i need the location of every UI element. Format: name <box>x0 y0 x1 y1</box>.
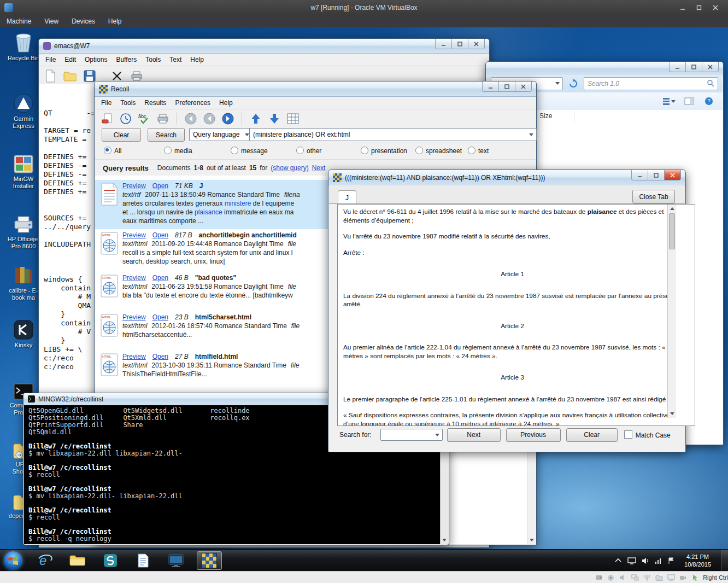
sort-descending-icon[interactable] <box>267 112 281 126</box>
filter-message[interactable]: message <box>231 147 268 155</box>
filter-presentation[interactable]: presentation <box>361 147 407 155</box>
network-tray-icon[interactable] <box>655 557 662 564</box>
open-link[interactable]: Open <box>152 274 168 282</box>
first-page-icon[interactable] <box>184 112 198 126</box>
emacs-minimize-button[interactable] <box>435 39 452 49</box>
scroll-down-icon[interactable] <box>527 536 536 544</box>
emacs-menu-text[interactable]: Text <box>165 54 186 65</box>
mouse-integration-status-icon[interactable] <box>691 574 699 582</box>
vbox-maximize-button[interactable] <box>692 3 706 13</box>
preview-scrollbar[interactable] <box>667 205 676 418</box>
desktop-icon-mingw-installer[interactable]: MinGW Installer <box>4 151 43 190</box>
emacs-titlebar[interactable]: emacs@W7 <box>39 39 489 54</box>
audio-status-icon[interactable] <box>619 574 627 582</box>
taskbar-document-icon[interactable] <box>131 552 155 569</box>
preview-link[interactable]: Preview <box>122 274 146 282</box>
action-center-flag-icon[interactable] <box>668 557 674 564</box>
query-mode-select[interactable]: Query language <box>189 128 253 141</box>
explorer-search-box[interactable]: Search 1.0 <box>584 77 718 90</box>
display-status-icon[interactable] <box>667 574 675 582</box>
next-page-icon[interactable] <box>221 112 235 126</box>
scroll-up-icon[interactable] <box>668 205 676 213</box>
sort-ascending-icon[interactable] <box>249 112 263 126</box>
filter-spreadsheet[interactable]: spreadsheet <box>415 147 462 155</box>
start-button[interactable] <box>2 550 24 571</box>
usb-status-icon[interactable] <box>643 574 651 582</box>
taskbar-console-icon[interactable] <box>164 552 188 569</box>
previous-button[interactable]: Previous <box>506 428 561 442</box>
show-desktop-button[interactable] <box>721 550 728 572</box>
desktop-icon-hp-officejet[interactable]: HP Officejet Pro 8600 <box>4 211 43 250</box>
vbox-menu-devices[interactable]: Devices <box>65 16 102 27</box>
print-icon[interactable] <box>156 112 170 126</box>
preview-link[interactable]: Preview <box>122 353 146 360</box>
show-query-link[interactable]: (show query) <box>271 164 308 172</box>
open-link[interactable]: Open <box>152 182 168 190</box>
next-button[interactable]: Next <box>447 428 501 442</box>
close-tab-button[interactable]: Close Tab <box>632 190 675 203</box>
preview-tab[interactable]: J <box>338 190 356 205</box>
filter-text[interactable]: text <box>468 147 489 155</box>
optical-disc-status-icon[interactable] <box>607 574 615 582</box>
preview-link[interactable]: Preview <box>122 231 146 239</box>
recoll-menu-help[interactable]: Help <box>215 97 237 108</box>
preview-close-button[interactable] <box>665 170 681 180</box>
shared-folders-status-icon[interactable] <box>655 574 663 582</box>
hdd-status-icon[interactable] <box>595 574 603 582</box>
video-capture-status-icon[interactable] <box>679 574 687 582</box>
prev-page-icon[interactable] <box>202 112 216 126</box>
vbox-menu-machine[interactable]: Machine <box>0 16 38 27</box>
open-folder-icon[interactable] <box>63 69 77 83</box>
history-clock-icon[interactable] <box>119 112 133 126</box>
recoll-maximize-button[interactable] <box>499 81 515 92</box>
emacs-menu-help[interactable]: Help <box>186 54 208 65</box>
scroll-down-icon[interactable] <box>668 410 676 418</box>
filter-other[interactable]: other <box>296 147 321 155</box>
search-button[interactable]: Search <box>148 128 185 142</box>
desktop-icon-kinsky[interactable]: Kinsky <box>4 317 43 349</box>
query-input[interactable]: (ministere plaisance) OR ext:html <box>249 128 537 141</box>
preview-minimize-button[interactable] <box>631 170 648 180</box>
open-link[interactable]: Open <box>152 231 168 239</box>
emacs-menu-file[interactable]: File <box>41 54 60 65</box>
column-header-size[interactable]: Size <box>539 112 552 120</box>
new-file-icon[interactable] <box>43 69 57 83</box>
preview-maximize-button[interactable] <box>648 170 665 180</box>
volume-tray-icon[interactable] <box>642 557 649 564</box>
explorer-close-button[interactable] <box>702 62 719 72</box>
recoll-minimize-button[interactable] <box>482 81 499 92</box>
display-tray-icon[interactable] <box>627 557 636 564</box>
match-case-checkbox[interactable]: Match Case <box>624 430 671 439</box>
views-icon[interactable] <box>662 94 677 108</box>
scroll-down-icon[interactable] <box>441 536 448 544</box>
vbox-close-button[interactable] <box>708 3 723 13</box>
filter-all[interactable]: All <box>104 147 121 155</box>
taskbar-clock[interactable]: 4:21 PM 10/8/2015 <box>684 553 711 568</box>
table-view-icon[interactable] <box>286 112 300 126</box>
explorer-minimize-button[interactable] <box>669 62 686 72</box>
recoll-close-button[interactable] <box>515 81 532 92</box>
recoll-titlebar[interactable]: Recoll <box>95 81 536 97</box>
open-link[interactable]: Open <box>152 353 168 360</box>
help-icon[interactable]: ? <box>702 94 716 108</box>
emacs-maximize-button[interactable] <box>452 39 468 49</box>
taskbar-recoll-icon[interactable] <box>197 551 222 570</box>
clear-button[interactable]: Clear <box>102 128 141 142</box>
taskbar-ie-icon[interactable]: e <box>33 552 57 569</box>
refresh-icon[interactable] <box>566 77 580 91</box>
preview-document[interactable]: Vu le décret n° 96-611 du 4 juillet 1996… <box>337 204 695 426</box>
desktop-icon-calibre[interactable]: calibre - E-book ma <box>4 263 43 301</box>
clear-button[interactable]: Clear <box>566 428 618 442</box>
open-link[interactable]: Open <box>152 313 168 321</box>
recoll-menu-results[interactable]: Results <box>140 97 171 108</box>
recoll-menu-file[interactable]: File <box>97 97 116 108</box>
explorer-maximize-button[interactable] <box>686 62 702 72</box>
filter-media[interactable]: media <box>164 147 192 155</box>
preview-pane-icon[interactable] <box>682 94 696 108</box>
desktop-icon-recycle-bin[interactable]: Recycle Bin <box>4 30 43 62</box>
spell-check-icon[interactable]: âbç <box>137 112 151 126</box>
preview-link[interactable]: Preview <box>122 313 146 321</box>
vbox-menu-view[interactable]: View <box>38 16 65 27</box>
explorer-titlebar[interactable] <box>486 62 723 75</box>
vbox-minimize-button[interactable] <box>676 3 690 13</box>
